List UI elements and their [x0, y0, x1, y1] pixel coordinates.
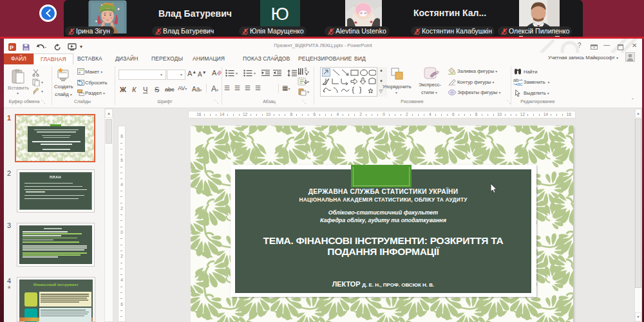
svg-text:P: P: [10, 44, 14, 51]
